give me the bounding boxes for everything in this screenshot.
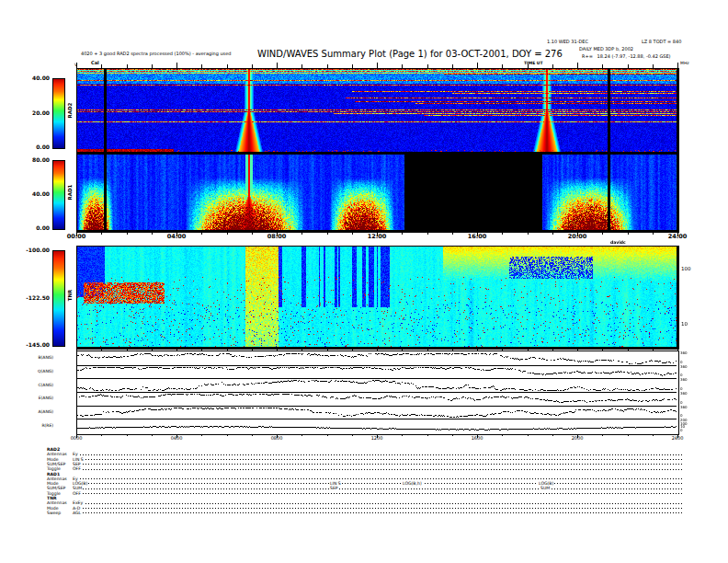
strip-right-max: 360	[680, 365, 688, 370]
status-value: AGL	[72, 511, 82, 515]
rad2-spectrogram-panel	[76, 68, 679, 155]
rad1-axis-label: RAD1	[67, 182, 73, 202]
processing-info-line1: 4020 + 3 good RAD2 spectra processed (10…	[81, 51, 231, 57]
tnr-right-tick-10: 10	[681, 321, 688, 327]
colorbar-tick-label: 40.00	[20, 75, 50, 81]
colorbar-tick-label: -145.00	[20, 342, 50, 348]
wind-waves-summary-page: { "page": {"bg": "#ffffff"}, "header": {…	[0, 0, 728, 563]
time-tick-label: 0400	[165, 436, 188, 442]
status-dotted-leader	[72, 459, 682, 460]
rad1-spectrogram-canvas	[77, 155, 677, 230]
colorbar-tick-label: -100.00	[20, 247, 50, 253]
tnr-colorbar	[52, 250, 65, 347]
time-tick-label: 0000	[64, 436, 88, 442]
strip-left-label: Q(ANG)	[29, 369, 53, 373]
tnr-spectrogram-panel	[76, 246, 679, 350]
time-tick-label: 1200	[365, 436, 389, 442]
time-tick-label: 08:00	[262, 234, 291, 240]
time-tick-label: 12:00	[362, 234, 392, 240]
lz-record-stamp: LZ 8 TODT = 840	[642, 39, 681, 45]
tnr-spectrogram-canvas	[77, 247, 677, 347]
plot-credit-stamp: davidc	[610, 240, 626, 245]
spacecraft-position-end: R+= 18.24 (-7.97, -12.88, -0.42 GSE)	[582, 53, 671, 60]
colorbar-tick-label: 80.00	[20, 157, 50, 163]
page-title: WIND/WAVES Summary Plot (Page 1) for 03-…	[257, 49, 563, 59]
strip-left-label: B(ANG)	[29, 355, 53, 360]
rad2-axis-label: RAD2	[67, 100, 73, 121]
status-dotted-leader	[72, 493, 682, 494]
time-tick-label: 2000	[565, 436, 589, 442]
mhz-axis-label: MHz	[680, 61, 689, 65]
time-tick-label: 04:00	[162, 234, 191, 240]
strip-right-max: 360	[680, 351, 688, 356]
strip-left-label: C(ANG)	[29, 383, 53, 387]
strip-left-label: R(RE)	[29, 423, 53, 428]
time-tick-label: 24:00	[663, 234, 692, 240]
strip-left-label: A(ANG)	[29, 409, 53, 414]
strip-right-tick: 0	[680, 429, 683, 433]
strip-right-max: 360	[680, 406, 688, 410]
time-tick-label: 16:00	[462, 234, 492, 240]
tnr-axis-label: TNR	[67, 285, 73, 305]
status-dotted-leader	[72, 469, 682, 470]
status-dotted-leader	[72, 508, 682, 509]
daily-plot-stamp: DAILY MED 3DP b, 2002	[579, 46, 633, 52]
status-dotted-leader	[72, 464, 682, 465]
colorbar-tick-label: 20.00	[20, 110, 50, 116]
time-tick-label: 0800	[265, 436, 289, 442]
status-dotted-leader	[72, 483, 682, 484]
status-row-label: Sweep	[47, 511, 61, 515]
status-dotted-leader	[72, 454, 682, 455]
status-dotted-leader	[72, 488, 682, 489]
rad2-spectrogram-canvas	[77, 69, 677, 152]
strip-left-label: E(ANG)	[29, 396, 53, 400]
status-dotted-leader	[72, 478, 682, 479]
colorbar-tick-label: 40.00	[20, 191, 50, 197]
rad2-colorbar	[52, 78, 65, 149]
status-dotted-leader	[72, 512, 682, 513]
tnr-right-tick-100: 100	[681, 266, 691, 271]
colorbar-tick-label: -122.50	[20, 295, 50, 301]
rad1-spectrogram-panel	[76, 154, 679, 233]
colorbar-tick-label: 0.00	[20, 144, 50, 150]
time-tick-label: 2400	[665, 436, 689, 442]
strip-right-max: 360	[680, 378, 688, 383]
receiver-status-row: SweepAGL	[46, 511, 685, 515]
rad1-colorbar	[52, 160, 65, 230]
colorbar-tick-label: 0.00	[20, 225, 50, 231]
strip-charts-panel	[76, 350, 679, 435]
time-tick-label: 20:00	[563, 234, 592, 240]
version-stamp: 1.10 WED 31-DEC	[547, 39, 588, 45]
time-tick-label: 1600	[465, 436, 489, 442]
strip-charts-canvas	[77, 351, 677, 432]
status-dotted-leader	[72, 503, 682, 504]
time-tick-label: 00:00	[62, 234, 91, 240]
strip-right-max: 360	[680, 392, 688, 396]
